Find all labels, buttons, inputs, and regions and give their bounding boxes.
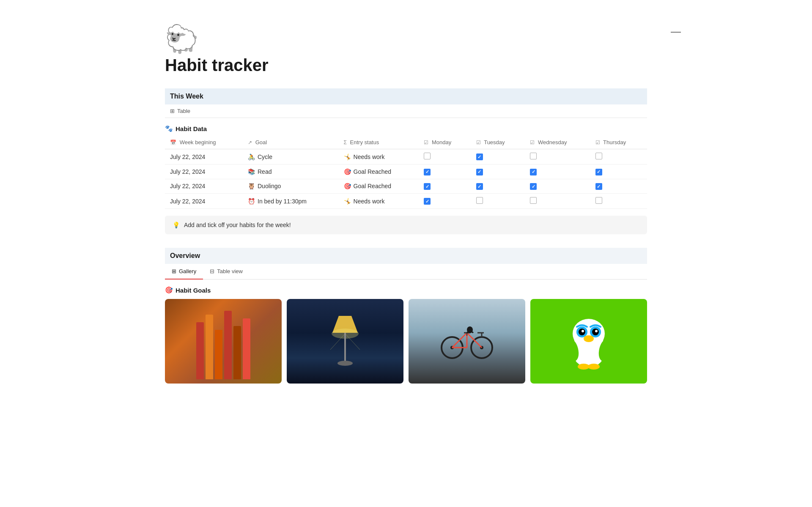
check-icon-thu: ☑ (595, 140, 600, 145)
book-spine-3 (215, 330, 222, 379)
cell-date: July 22, 2024 (165, 149, 243, 164)
book-spine-1 (196, 322, 204, 379)
status-icon: 🤸 (344, 198, 351, 205)
habit-data-label: Habit Data (176, 125, 207, 132)
checkbox-unchecked[interactable] (476, 197, 483, 204)
cell-goal: 📚Read (243, 164, 339, 179)
bike-svg (439, 322, 494, 360)
cell-goal: 🦉Duolingo (243, 179, 339, 194)
gallery-grid (165, 299, 647, 384)
svg-point-30 (578, 364, 590, 370)
cell-status: 🤸Needs work (339, 194, 419, 209)
checkbox-checked[interactable] (424, 169, 431, 175)
goal-label: In bed by 11:30pm (258, 198, 307, 205)
sigma-icon: Σ (344, 140, 347, 145)
book-spine-6 (243, 318, 250, 379)
habit-goals-label: Habit Goals (176, 287, 211, 294)
overview-tab-bar: ⊞ Gallery ⊟ Table view (165, 264, 647, 280)
overview-section: Overview ⊞ Gallery ⊟ Table view 🎯 Habit … (165, 248, 647, 384)
checkbox-checked[interactable] (595, 169, 602, 175)
status-icon: 🤸 (344, 153, 351, 160)
goal-icon: 📚 (248, 168, 255, 175)
checkbox-checked[interactable] (424, 183, 431, 190)
col-week-beginning: 📅 Week begining (165, 136, 243, 149)
svg-line-11 (467, 333, 482, 348)
this-week-header: This Week (165, 88, 647, 104)
col-wednesday-label: Wednesday (538, 139, 567, 145)
callout-icon: 💡 (173, 222, 180, 228)
gallery-card-duolingo[interactable] (530, 299, 647, 384)
checkbox-checked[interactable] (530, 169, 537, 175)
habit-table: 📅 Week begining ↗ Goal Σ Entry status (165, 136, 647, 209)
gallery-card-bike[interactable] (409, 299, 525, 384)
gallery-tab-icon: ⊞ (172, 268, 176, 274)
svg-line-10 (452, 333, 467, 348)
gallery-tab-label: Gallery (179, 268, 196, 274)
table-label: Table (177, 108, 190, 114)
checkbox-checked[interactable] (476, 153, 483, 160)
goal-icon: 🦉 (248, 183, 255, 189)
lamp-visual (287, 299, 403, 384)
cell-goal: ⏰In bed by 11:30pm (243, 194, 339, 209)
this-week-section: This Week ⊞ Table 🐾 Habit Data 📅 Week be… (165, 88, 647, 234)
checkbox-checked[interactable] (476, 169, 483, 175)
arrow-icon: ↗ (248, 140, 252, 145)
cell-date: July 22, 2024 (165, 164, 243, 179)
col-monday-label: Monday (432, 139, 451, 145)
svg-point-3 (337, 361, 353, 366)
check-icon-tue: ☑ (476, 140, 481, 145)
table-row: July 22, 2024🚴Cycle🤸Needs work (165, 149, 647, 164)
checkbox-unchecked[interactable] (595, 197, 602, 204)
tab-table-view[interactable]: ⊟ Table view (203, 264, 250, 280)
page-icon: 🐑 (165, 25, 647, 52)
table-row: July 22, 2024⏰In bed by 11:30pm🤸Needs wo… (165, 194, 647, 209)
col-week-label: Week begining (180, 139, 216, 145)
habit-table-wrapper: 📅 Week begining ↗ Goal Σ Entry status (165, 136, 647, 209)
checkbox-checked[interactable] (476, 183, 483, 190)
table-row: July 22, 2024🦉Duolingo🎯Goal Reached (165, 179, 647, 194)
overview-header: Overview (165, 248, 647, 264)
table-row: July 22, 2024📚Read🎯Goal Reached (165, 164, 647, 179)
col-status-label: Entry status (350, 139, 379, 145)
goal-label: Cycle (258, 153, 272, 160)
checkbox-unchecked[interactable] (424, 153, 431, 159)
svg-rect-2 (344, 333, 346, 362)
cell-status: 🤸Needs work (339, 149, 419, 164)
tab-gallery[interactable]: ⊞ Gallery (165, 264, 203, 280)
svg-point-25 (582, 330, 584, 332)
checkbox-unchecked[interactable] (530, 153, 537, 159)
duolingo-svg (563, 312, 614, 371)
check-icon-wed: ☑ (530, 140, 535, 145)
table-view-label[interactable]: ⊞ Table (165, 104, 647, 118)
status-icon: 🎯 (344, 183, 351, 189)
checkbox-unchecked[interactable] (530, 197, 537, 204)
svg-point-26 (595, 330, 598, 332)
gallery-card-lamp[interactable] (287, 299, 403, 384)
gallery-card-books[interactable] (165, 299, 282, 384)
svg-point-27 (584, 335, 594, 342)
goal-icon: 🚴 (248, 153, 255, 160)
checkbox-checked[interactable] (530, 183, 537, 190)
status-label: Needs work (354, 198, 385, 205)
checkbox-checked[interactable] (424, 198, 431, 205)
bike-visual (409, 299, 525, 384)
minimize-button[interactable]: — (671, 25, 681, 37)
col-thursday-label: Thursday (603, 139, 626, 145)
book-spine-4 (224, 311, 232, 379)
page-title: Habit tracker (165, 56, 647, 75)
cell-status: 🎯Goal Reached (339, 164, 419, 179)
checkbox-unchecked[interactable] (595, 153, 602, 159)
cell-goal: 🚴Cycle (243, 149, 339, 164)
status-label: Goal Reached (354, 168, 392, 175)
goal-label: Duolingo (258, 183, 281, 189)
col-goal-label: Goal (255, 139, 267, 145)
callout-box: 💡 Add and tick off your habits for the w… (165, 216, 647, 234)
book-spine-2 (206, 315, 213, 379)
col-wednesday: ☑ Wednesday (525, 136, 590, 149)
table-header-row: 📅 Week begining ↗ Goal Σ Entry status (165, 136, 647, 149)
table-view-tab-icon: ⊟ (210, 268, 214, 274)
cell-date: July 22, 2024 (165, 194, 243, 209)
checkbox-checked[interactable] (595, 183, 602, 190)
habit-data-header: 🐾 Habit Data (165, 118, 647, 136)
goal-icon: ⏰ (248, 198, 255, 205)
